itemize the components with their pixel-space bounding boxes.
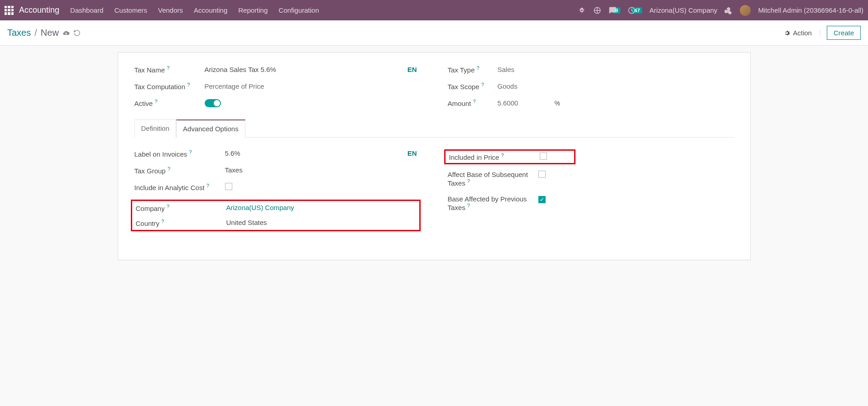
- navbar-right: 8 47 Arizona(US) Company Mitchell Admin …: [578, 5, 863, 16]
- affect-base-checkbox[interactable]: [538, 171, 546, 178]
- menu-dashboard[interactable]: Dashboard: [70, 6, 103, 14]
- avatar[interactable]: [740, 5, 751, 16]
- affect-base-label: Affect Base of Subsequent Taxes: [448, 171, 528, 187]
- clock-icon[interactable]: [628, 6, 636, 14]
- included-price-checkbox[interactable]: [540, 153, 547, 160]
- base-affected-checkbox[interactable]: ✓: [538, 196, 546, 203]
- support-icon[interactable]: [593, 6, 601, 14]
- lang-badge[interactable]: EN: [408, 66, 417, 73]
- company-link[interactable]: Arizona(US) Company: [226, 204, 416, 211]
- discard-icon[interactable]: [73, 29, 81, 37]
- tax-scope-label: Tax Scope: [448, 83, 480, 91]
- lang-badge-2[interactable]: EN: [408, 149, 417, 157]
- tax-group-label: Tax Group: [134, 167, 166, 175]
- amount-input[interactable]: 5.6000: [498, 99, 518, 107]
- action-button[interactable]: Action: [784, 29, 820, 37]
- tax-type-select[interactable]: Sales: [498, 66, 734, 73]
- company-label: Company: [136, 205, 165, 212]
- menu-accounting[interactable]: Accounting: [194, 6, 227, 14]
- include-analytic-checkbox[interactable]: [225, 183, 232, 190]
- app-brand: Accounting: [19, 5, 59, 15]
- form-sheet: Tax Name ? Arizona Sales Tax 5.6% EN Tax…: [118, 52, 751, 260]
- breadcrumb-current: New: [41, 28, 59, 38]
- tools-icon[interactable]: [724, 6, 733, 14]
- debug-icon[interactable]: [578, 6, 586, 14]
- tax-computation-select[interactable]: Percentage of Price: [205, 82, 421, 90]
- create-button[interactable]: Create: [827, 26, 861, 40]
- highlight-company-country: Company ? Arizona(US) Company Country ? …: [131, 200, 421, 231]
- menu-configuration[interactable]: Configuration: [278, 6, 319, 14]
- gear-icon: [784, 30, 790, 36]
- tab-advanced-options[interactable]: Advanced Options: [176, 119, 245, 138]
- messages-icon[interactable]: [609, 6, 617, 14]
- tax-group-select[interactable]: Taxes: [225, 166, 421, 174]
- tax-name-label: Tax Name: [134, 66, 165, 74]
- active-label: Active: [134, 100, 153, 107]
- tab-definition[interactable]: Definition: [134, 119, 177, 138]
- base-affected-label: Base Affected by Previous Taxes: [448, 195, 527, 211]
- menu-reporting[interactable]: Reporting: [238, 6, 268, 14]
- country-label: Country: [136, 220, 160, 227]
- breadcrumb: Taxes / New: [7, 28, 81, 38]
- highlight-included-price: Included in Price ?: [444, 149, 575, 164]
- company-switcher[interactable]: Arizona(US) Company: [649, 6, 717, 14]
- top-navbar: Accounting Dashboard Customers Vendors A…: [0, 0, 868, 20]
- amount-label: Amount: [448, 100, 471, 107]
- label-invoices-label: Label on Invoices: [134, 150, 187, 158]
- country-select[interactable]: United States: [226, 219, 416, 226]
- tabs: Definition Advanced Options: [134, 119, 734, 138]
- main-menu: Dashboard Customers Vendors Accounting R…: [70, 6, 319, 14]
- menu-customers[interactable]: Customers: [114, 6, 147, 14]
- label-invoices-input[interactable]: 5.6%: [225, 149, 408, 157]
- panel-actions: Action Create: [784, 26, 861, 40]
- included-price-label: Included in Price: [449, 153, 499, 161]
- user-menu[interactable]: Mitchell Admin (20366964-16-0-all): [758, 6, 863, 14]
- include-analytic-label: Include in Analytic Cost: [134, 184, 205, 191]
- breadcrumb-parent[interactable]: Taxes: [7, 28, 31, 38]
- control-panel: Taxes / New Action Create: [0, 20, 868, 46]
- menu-vendors[interactable]: Vendors: [158, 6, 183, 14]
- tax-name-input[interactable]: Arizona Sales Tax 5.6%: [205, 66, 408, 73]
- active-toggle[interactable]: [205, 99, 221, 107]
- tax-scope-select[interactable]: Goods: [498, 82, 734, 90]
- amount-unit: %: [554, 100, 560, 107]
- tax-computation-label: Tax Computation: [134, 83, 186, 91]
- tax-type-label: Tax Type: [448, 66, 475, 74]
- cloud-save-icon[interactable]: [62, 29, 70, 37]
- apps-icon[interactable]: [5, 6, 14, 15]
